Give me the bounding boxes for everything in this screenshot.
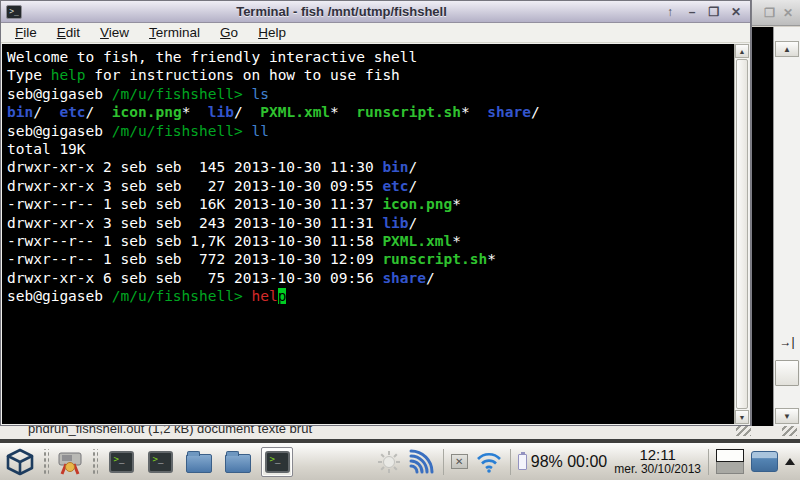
taskbar: >_ >_ >_ <box>0 439 800 480</box>
editor-maximize-icon[interactable]: ❐ <box>764 7 775 19</box>
show-desktop-button[interactable] <box>751 451 778 472</box>
terminal-lines[interactable]: Welcome to fish, the friendly interactiv… <box>2 44 734 424</box>
folder-icon <box>225 454 251 473</box>
menu-help[interactable]: Help <box>248 23 296 43</box>
terminal-icon: >_ <box>109 451 134 473</box>
menu-go[interactable]: Go <box>210 23 248 43</box>
clock[interactable]: 12:11 mer. 30/10/2013 <box>614 447 701 475</box>
terminal-line: bin/ etc/ icon.png* lib/ PXML.xml* runsc… <box>7 103 734 121</box>
battery-status[interactable]: 98% 00:00 <box>518 453 608 471</box>
menu-terminal[interactable]: Terminal <box>139 23 210 43</box>
brightness-sun-icon[interactable] <box>377 450 401 474</box>
taskbar-button-terminal-active[interactable]: >_ <box>261 447 293 477</box>
terminal-icon: >_ <box>148 451 173 473</box>
terminal-window: >_ Terminal - fish /mnt/utmp/fishshell ↑… <box>0 0 751 426</box>
background-editor-window[interactable]: ❐ ✕ ▲ →| ▼ <box>751 0 800 426</box>
clock-time: 12:11 <box>614 447 701 463</box>
terminal-line: seb@gigaseb /m/u/fishshell> help <box>7 287 734 305</box>
editor-content-strip <box>752 27 773 426</box>
terminal-line: drwxr-xr-x 6 seb seb 75 2013-10-30 09:56… <box>7 269 734 287</box>
terminal-line: -rwxr--r-- 1 seb seb 772 2013-10-30 12:0… <box>7 250 734 268</box>
minimize-window-icon[interactable]: – <box>683 2 701 22</box>
device-award-icon[interactable] <box>56 448 84 476</box>
editor-scroll-thumb[interactable] <box>775 360 799 386</box>
network-disconnected-icon[interactable]: ✕ <box>451 454 468 469</box>
workspace-1-active[interactable] <box>716 449 744 462</box>
terminal-line: drwxr-xr-x 3 seb seb 27 2013-10-30 09:55… <box>7 177 734 195</box>
taskbar-button-terminal-2[interactable]: >_ <box>144 447 176 477</box>
maximize-window-icon[interactable]: ❐ <box>705 2 723 22</box>
taskbar-button-filemanager-1[interactable] <box>183 447 215 477</box>
menu-view[interactable]: View <box>90 23 139 43</box>
editor-scroll-down-icon[interactable]: ▼ <box>775 408 799 424</box>
battery-icon <box>518 454 527 470</box>
main-menu-cube-icon[interactable] <box>5 447 35 477</box>
terminal-line: Welcome to fish, the friendly interactiv… <box>7 48 734 66</box>
workspace-pager[interactable] <box>716 449 744 474</box>
cpu-speed-waves-icon[interactable] <box>408 449 436 475</box>
wifi-icon[interactable] <box>475 451 503 473</box>
menu-edit[interactable]: Edit <box>47 23 90 43</box>
window-title: Terminal - fish /mnt/utmp/fishshell <box>26 4 657 19</box>
terminal-line: -rwxr--r-- 1 seb seb 16K 2013-10-30 11:3… <box>7 195 734 213</box>
editor-titlebar: ❐ ✕ <box>752 0 800 26</box>
clock-date: mer. 30/10/2013 <box>614 463 701 476</box>
taskbar-button-terminal-1[interactable]: >_ <box>105 447 137 477</box>
close-window-icon[interactable]: ✕ <box>727 2 745 22</box>
terminal-line: -rwxr--r-- 1 seb seb 1,7K 2013-10-30 11:… <box>7 232 734 250</box>
panel-handle[interactable] <box>42 449 49 475</box>
panel-expand-icon[interactable] <box>785 458 795 465</box>
editor-scroll-up-icon[interactable]: ▲ <box>775 41 799 57</box>
editor-close-icon[interactable]: ✕ <box>783 7 793 19</box>
terminal-scroll-thumb[interactable] <box>736 59 748 409</box>
taskbar-button-filemanager-2[interactable] <box>222 447 254 477</box>
menu-file[interactable]: File <box>5 23 47 43</box>
menubar: File Edit View Terminal Go Help <box>1 23 750 43</box>
terminal-scrollbar[interactable]: ▲ ▼ <box>734 44 749 424</box>
battery-time: 00:00 <box>567 453 607 470</box>
terminal-scroll-up-icon[interactable]: ▲ <box>735 44 749 58</box>
terminal-line: drwxr-xr-x 3 seb seb 243 2013-10-30 11:3… <box>7 214 734 232</box>
terminal-line: Type help for instructions on how to use… <box>7 66 734 84</box>
terminal-line: total 19K <box>7 140 734 158</box>
editor-scrollbar[interactable]: ▲ →| ▼ <box>773 27 800 426</box>
terminal-line: drwxr-xr-x 2 seb seb 145 2013-10-30 11:3… <box>7 158 734 176</box>
folder-icon <box>186 454 212 473</box>
shade-window-icon[interactable]: ↑ <box>661 2 679 22</box>
battery-percent: 98% <box>531 453 563 470</box>
terminal-titlebar[interactable]: >_ Terminal - fish /mnt/utmp/fishshell ↑… <box>1 1 750 23</box>
terminal-app-icon: >_ <box>6 5 22 19</box>
terminal-line: seb@gigaseb /m/u/fishshell> ll <box>7 122 734 140</box>
workspace-2[interactable] <box>716 462 744 474</box>
terminal-line: seb@gigaseb /m/u/fishshell> ls <box>7 85 734 103</box>
terminal-scroll-down-icon[interactable]: ▼ <box>735 410 749 424</box>
panel-handle[interactable] <box>91 449 98 475</box>
terminal-icon: >_ <box>265 451 290 473</box>
tab-jump-icon: →| <box>774 335 800 349</box>
